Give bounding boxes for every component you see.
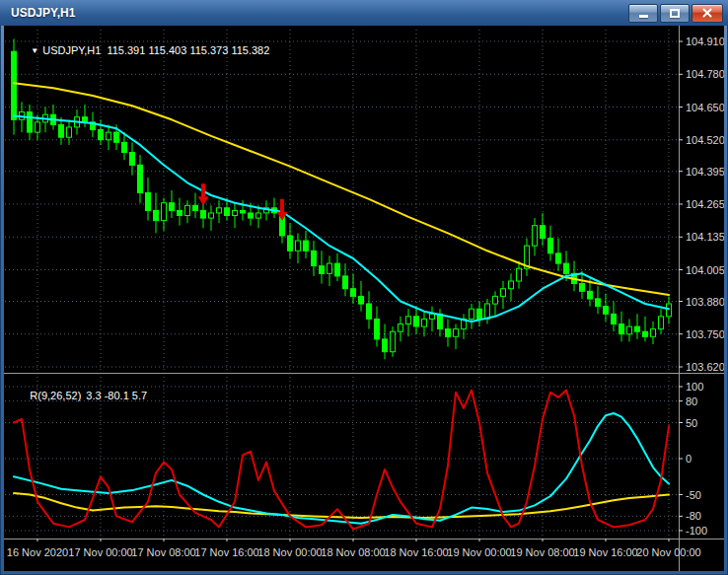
price-axis-label: 104.395 [686,166,724,178]
price-axis-label: 103.750 [686,328,724,340]
candle-bear [335,263,340,276]
candle-bear [604,307,609,315]
sell-arrow-icon [277,199,288,221]
candle-bear [193,205,198,210]
chart-content: 104.910104.780104.650104.520104.395104.2… [4,26,724,571]
ohlc-values: 115.391 115.403 115.373 115.382 [107,44,269,56]
candle-bull [209,213,214,218]
grid [5,30,679,539]
candle-bull [296,241,301,251]
window-controls [626,4,723,23]
candle-bear [304,241,309,251]
candle-bull [256,213,261,218]
candle-bull [501,289,506,297]
candle-bear [414,317,419,326]
candle-bear [351,289,356,297]
candle-bear [138,165,143,192]
candle-bear [446,329,451,337]
candle-bear [367,304,372,319]
price-scale[interactable]: 104.910104.780104.650104.520104.395104.2… [679,36,724,537]
maximize-icon [670,9,680,18]
indicator-axis-label: 100 [686,381,703,393]
candle-bear [635,326,640,331]
time-axis-label: 19 Nov 16:00 [573,546,637,558]
ohlc-label: ▼USDJPY,H1115.391 115.403 115.373 115.38… [13,33,269,68]
price-axis-label: 104.265 [686,198,724,210]
indicator-axis-label: 80 [686,395,697,407]
candle-bull [493,296,498,304]
indicator-axis-label: 50 [686,417,697,429]
candle-bear [619,324,624,334]
symbol-period-label: USDJPY,H1 [42,44,101,56]
candle-bear [383,339,388,352]
indicator-axis-label: -50 [686,489,701,501]
time-axis-label: 17 Nov 08:00 [131,546,195,558]
minimize-button[interactable] [628,4,658,23]
candle-bear [249,213,254,218]
candle-bear [241,210,246,213]
candle-bull [509,281,514,289]
candle-bull [162,203,167,221]
candle-bull [485,304,490,319]
price-axis-label: 104.910 [686,36,724,47]
candle-bear [114,132,119,142]
time-axis-label: 16 Nov 2020 [7,546,68,558]
candle-bull [391,331,396,352]
candle-bear [588,291,593,299]
candle-bull [233,210,238,215]
price-axis-label: 103.880 [686,296,724,308]
time-axis-label: 17 Nov 00:00 [68,546,132,558]
candle-bear [170,203,175,211]
candle-bear [564,263,569,273]
sell-arrow-icon [198,183,209,205]
time-axis-label: 18 Nov 00:00 [257,546,322,558]
time-axis-label: 18 Nov 08:00 [321,546,385,558]
price-axis-label: 104.780 [686,68,724,80]
time-scale[interactable]: 16 Nov 202017 Nov 00:0017 Nov 08:0017 No… [7,539,701,558]
candle-bull [659,317,664,329]
candle-bear [312,251,317,265]
indicator-label: R(9,26,52)3.3 -80.1 5.7 [12,378,147,413]
time-axis-label: 19 Nov 08:00 [510,546,574,558]
indicator-name: R(9,26,52) [30,390,81,401]
candle-bull [430,314,435,319]
candle-bear [122,142,127,152]
candle-bear [375,319,380,339]
indicator-axis-label: -100 [686,525,707,537]
indicator-axis-label: 0 [686,453,692,465]
candle-bear [130,153,135,166]
candle-bear [643,331,648,336]
candle-bear [596,299,601,307]
chart-canvas[interactable]: 104.910104.780104.650104.520104.395104.2… [4,26,724,571]
indicator-values: 3.3 -80.1 5.7 [86,390,147,401]
candle-bull [422,319,427,326]
candle-bear [59,124,64,137]
candle-bull [217,208,222,213]
time-axis-label: 18 Nov 16:00 [384,546,448,558]
symbol-dropdown-icon[interactable]: ▼ [31,46,38,55]
maximize-button[interactable] [660,4,690,23]
candle-bear [225,208,230,216]
candle-bull [517,268,522,281]
candle-bear [83,117,88,122]
titlebar[interactable]: USDJPY,H1 [0,0,728,26]
candle-bull [533,226,538,247]
minimize-icon [639,15,648,18]
ma-fast-line [14,116,669,322]
price-axis-label: 104.650 [686,102,724,113]
candle-bear [548,239,553,253]
candle-bear [146,193,151,211]
candle-bear [541,226,546,239]
candle-bull [67,127,72,137]
candle-bear [580,284,585,292]
candle-bull [107,132,111,140]
candle-bear [178,210,182,215]
close-button[interactable] [692,4,723,23]
candle-bear [154,210,159,220]
price-axis-label: 104.520 [686,134,724,146]
candle-bear [438,314,443,328]
oscillator-cyan-line [14,413,669,524]
indicator-axis-label: -80 [686,510,701,522]
candle-bull [185,205,190,215]
candle-bear [320,266,325,274]
